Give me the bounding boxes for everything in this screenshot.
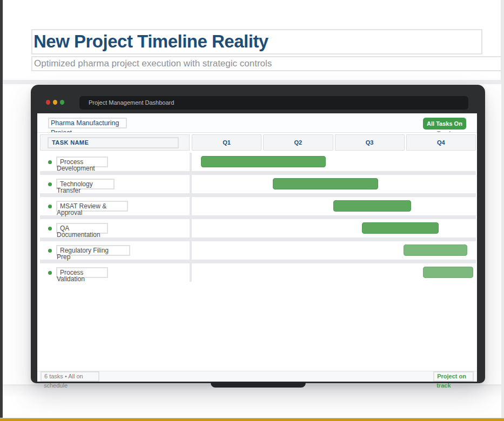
timeline-cell — [192, 263, 476, 282]
task-row: MSAT Review &Approval — [40, 197, 476, 215]
gantt-bar — [273, 178, 378, 189]
project-title: Pharma Manufacturing Project — [48, 118, 127, 133]
task-status-dot-icon — [48, 160, 52, 164]
all-tasks-on-track-badge[interactable]: All Tasks On — [423, 118, 466, 130]
slide-header-band: New Project Timeline Reality Optimized p… — [3, 0, 501, 80]
task-name-line2: Validation — [57, 275, 85, 283]
task-row: TechnologyTransfer — [40, 175, 476, 193]
quarter-header-q4: Q4 — [406, 134, 476, 151]
quarter-header-q3: Q3 — [335, 134, 405, 151]
task-name-line2: Prep — [57, 253, 70, 261]
task-name-line2: Development — [57, 165, 95, 172]
status-right: Project on track — [433, 371, 474, 382]
slide-title-box: New Project Timeline Reality — [31, 29, 482, 55]
task-status-dot-icon — [48, 182, 52, 186]
slide-footer-band — [3, 386, 501, 417]
window-base-pill — [211, 382, 306, 388]
task-name-cell: MSAT Review &Approval — [40, 197, 190, 215]
task-status-dot-icon — [48, 249, 52, 253]
bottom-accent-strip — [0, 418, 504, 421]
task-row: Regulatory FilingPrep — [40, 241, 476, 260]
gantt-bar — [404, 245, 467, 256]
timeline-cell — [192, 175, 476, 193]
gantt-bar — [423, 267, 473, 278]
task-status-dot-icon — [48, 227, 52, 230]
timeline-cell — [192, 219, 476, 237]
timeline-cell — [192, 197, 476, 215]
gantt-bar — [201, 156, 326, 167]
window-title: Project Management Dashboard — [79, 96, 468, 110]
task-name-cell: QADocumentation — [40, 219, 190, 237]
timeline-cell — [192, 153, 476, 171]
zoom-button-icon[interactable] — [60, 100, 64, 105]
task-name-line2: Approval — [57, 209, 82, 216]
project-title-line1: Pharma Manufacturing — [48, 118, 127, 128]
task-name-column-header: TASK NAME — [40, 134, 190, 151]
project-status-label: Project on — [433, 371, 474, 382]
window-titlebar: Project Management Dashboard — [79, 96, 468, 110]
quarter-headers: Q1Q2Q3Q4 — [192, 134, 476, 151]
slide-subtitle: Optimized pharma project execution with … — [31, 56, 503, 71]
task-status-dot-icon — [48, 205, 52, 208]
badge-overflow-line: Track — [437, 130, 453, 133]
slide-title: New Project Timeline Reality — [33, 30, 481, 53]
dashboard-panel: Pharma Manufacturing Project All Tasks O… — [37, 113, 477, 382]
task-name-cell: TechnologyTransfer — [40, 175, 190, 193]
task-row: ProcessValidation — [40, 263, 476, 282]
close-button-icon[interactable] — [46, 100, 50, 105]
task-row: QADocumentation — [40, 219, 476, 237]
timeline-cell — [192, 241, 476, 260]
task-name-line2: Transfer — [57, 187, 80, 194]
dashboard-header: Pharma Manufacturing Project All Tasks O… — [37, 113, 477, 133]
right-edge-strip — [501, 0, 504, 421]
task-name-cell: ProcessValidation — [40, 263, 190, 282]
panel-filler — [37, 282, 477, 371]
column-header-row: TASK NAME Q1Q2Q3Q4 — [40, 134, 476, 151]
task-row: ProcessDevelopment — [40, 153, 476, 171]
project-status-label-line2: track — [436, 382, 451, 389]
slide-page: New Project Timeline Reality Optimized p… — [0, 0, 504, 421]
gantt-bar — [362, 222, 439, 234]
status-left: 6 tasks • All on schedule — [41, 371, 99, 382]
window-controls — [46, 100, 64, 105]
task-name-line2: Documentation — [57, 231, 100, 239]
status-bar: 6 tasks • All on schedule Project on tra… — [37, 371, 477, 382]
task-rows: ProcessDevelopmentTechnologyTransferMSAT… — [40, 153, 476, 282]
task-count-label: 6 tasks • All on — [41, 371, 99, 382]
dashboard-window: Project Management Dashboard Pharma Manu… — [31, 85, 485, 383]
header-divider — [0, 80, 504, 84]
project-title-line2: Project — [48, 129, 127, 133]
task-status-dot-icon — [48, 271, 52, 275]
task-name-cell: ProcessDevelopment — [40, 153, 190, 171]
task-name-cell: Regulatory FilingPrep — [40, 241, 190, 260]
quarter-header-q1: Q1 — [192, 134, 261, 151]
quarter-header-q2: Q2 — [263, 134, 333, 151]
status-badge-wrap: All Tasks On Track — [423, 118, 466, 133]
task-count-label-line2: schedule — [44, 382, 68, 389]
left-edge-strip — [0, 0, 3, 421]
task-name-header-label: TASK NAME — [48, 137, 179, 148]
minimize-button-icon[interactable] — [53, 100, 57, 105]
gantt-bar — [333, 200, 411, 212]
